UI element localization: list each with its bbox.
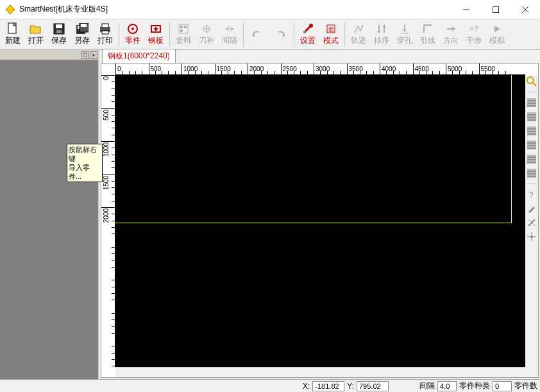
toolbar-lead-button: 引线 [416,21,439,49]
status-gap-value: 4.0 [437,381,457,391]
right-toolbar: ? [525,75,538,377]
kerf-icon [200,22,213,35]
svg-rect-35 [303,31,306,33]
svg-line-52 [533,83,536,86]
toolbar-mode-button[interactable]: 套模式 [319,21,342,49]
sim-icon [491,22,503,35]
svg-point-19 [131,28,134,30]
right-tool-edit[interactable] [527,203,537,214]
toolbar-gap-button: 间隔 [218,21,241,49]
right-tool-center[interactable] [527,232,537,242]
svg-rect-25 [184,26,187,28]
svg-rect-17 [102,31,108,34]
svg-marker-0 [6,5,15,14]
drawing-canvas[interactable] [115,75,525,367]
svg-marker-39 [377,31,381,33]
svg-point-51 [527,77,534,83]
svg-marker-50 [494,26,500,32]
sort-icon [375,22,388,35]
toolbar-print-button[interactable]: 打印 [94,21,117,49]
svg-rect-24 [180,26,183,28]
svg-point-34 [309,24,313,28]
gap-icon [223,22,236,35]
app-title: SmartNest[机床专业版4S] [19,4,451,15]
canvas-wrap: 0500100015002000250030003500400045005000… [101,63,539,378]
nest-icon [177,22,190,35]
horizontal-scrollbar[interactable] [115,367,525,377]
pierce-icon [398,22,411,35]
toolbar-undo-button [246,21,269,49]
horizontal-ruler: 0500100015002000250030003500400045005000… [115,64,525,75]
right-tool-hatch4[interactable] [527,140,537,150]
path-icon [352,22,365,35]
undo-icon [251,28,264,41]
svg-rect-10 [56,30,62,33]
right-tool-hatch3[interactable] [527,126,537,136]
panel-pin-icon[interactable]: □ [81,51,89,59]
status-gap-label: 间隔 [419,380,435,391]
svg-text:?: ? [529,191,534,199]
new-icon [6,22,19,35]
app-icon [5,4,15,15]
right-tool-hatch5[interactable] [527,154,537,164]
right-tool-help[interactable]: ? [527,189,537,200]
svg-rect-16 [102,24,108,28]
part-icon [126,22,139,35]
sheet-tab-active[interactable]: 钢板1(6000*2240) [102,49,176,63]
settings-icon [301,22,314,35]
window-controls [451,0,540,19]
svg-rect-26 [180,30,183,32]
save-icon [53,22,65,35]
titlebar: SmartNest[机床专业版4S] [0,0,540,19]
main-toolbar: 新建打开保存另存打印零件钢板套料刀补间隔设置套模式轨迹排序穿孔引线方向×?干涉模… [0,19,540,50]
status-kind-value: 0 [493,381,512,391]
svg-rect-2 [493,6,499,12]
right-tool-hatch1[interactable] [527,98,537,108]
toolbar-nest-button: 套料 [172,21,195,49]
toolbar-kerf-button: 刀补 [195,21,218,49]
toolbar-part-button[interactable]: 零件 [121,21,144,49]
svg-marker-43 [403,30,407,32]
right-tool-hatch2[interactable] [527,112,537,122]
side-panel[interactable]: □ × 按鼠标右键 导入零件... [0,50,99,379]
toolbar-pierce-button: 穿孔 [393,21,416,49]
toolbar-plate-button[interactable]: 钢板 [144,21,167,49]
import-tooltip: 按鼠标右键 导入零件... [67,144,103,182]
tooltip-line2: 导入零件... [69,164,90,180]
plate-outline [115,75,512,223]
toolbar-save-button[interactable]: 保存 [47,21,71,49]
toolbar-interfere-button: ×?干涉 [462,21,485,49]
toolbar-saveas-button[interactable]: 另存 [71,21,94,49]
toolbar-sort-button: 排序 [370,21,393,49]
plate-icon [149,22,162,35]
toolbar-sim-button: 模拟 [485,21,509,49]
status-y-label: Y: [347,382,354,391]
toolbar-path-button: 轨迹 [347,21,370,49]
toolbar-redo-button [269,21,292,49]
svg-marker-7 [30,26,40,33]
workspace: □ × 按鼠标右键 导入零件... 钢板1(6000*2240) 0500100… [0,50,540,379]
status-x-label: X: [303,382,310,391]
dir-icon [444,22,457,35]
right-tool-hatch6[interactable] [527,168,537,178]
lead-icon [421,22,434,35]
interfere-icon: ×? [468,22,480,35]
toolbar-settings-button[interactable]: 设置 [296,21,319,49]
status-bar: X: -181.82 Y: 795.02 间隔 4.0 零件种类 0 零件数 [0,379,540,392]
svg-text:套: 套 [328,26,334,33]
redo-icon [274,28,287,41]
svg-rect-9 [56,24,62,28]
main-area: 钢板1(6000*2240) 0500100015002000250030003… [99,50,540,379]
right-tool-zoom[interactable] [527,76,537,87]
maximize-button[interactable] [481,0,510,19]
status-count-label: 零件数 [514,380,537,391]
minimize-button[interactable] [451,0,481,19]
svg-marker-41 [382,24,386,27]
mode-icon: 套 [325,22,337,35]
toolbar-open-button[interactable]: 打开 [24,21,47,49]
toolbar-new-button[interactable]: 新建 [1,21,24,49]
print-icon [99,22,112,35]
right-tool-measure[interactable] [527,217,537,228]
panel-close-icon[interactable]: × [90,51,97,59]
close-button[interactable] [510,0,540,19]
